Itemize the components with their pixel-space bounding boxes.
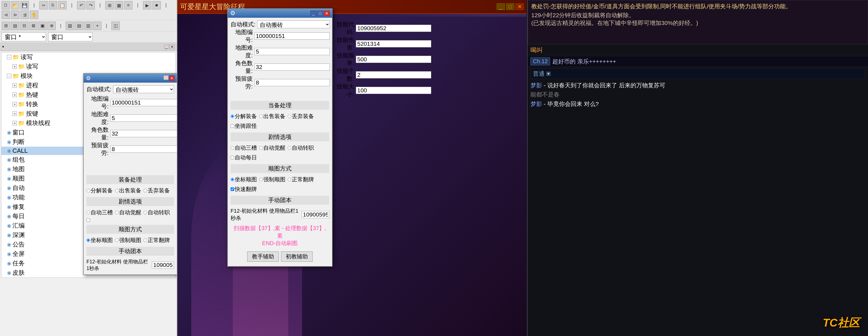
dialog-small-close-btn[interactable]: ✕ (169, 75, 175, 81)
tbl10-icon[interactable]: ⌖ (93, 22, 101, 30)
tool1-icon[interactable]: ⊲ (2, 10, 10, 19)
dialog-small-title: ⚙ (86, 75, 91, 82)
large-map-num-input[interactable] (254, 32, 330, 40)
new-file-icon[interactable]: 🗋 (2, 1, 10, 9)
redo-icon[interactable]: ↷ (87, 1, 95, 9)
large-equip-discard[interactable]: 丢弃装备 (288, 113, 314, 120)
expand-icon[interactable]: + (12, 93, 17, 97)
large-coord-map[interactable]: 坐标顺图 (230, 176, 257, 183)
window-icon[interactable]: ⊞ (105, 1, 114, 9)
tbl8-icon[interactable]: ▤ (75, 22, 83, 30)
chat-panel: 教处罚-怎获得的好经值/金币/道具方面会受到限制,同时不能进行组队/使用夹斗场/… (527, 0, 868, 336)
save-icon[interactable]: 💾 (21, 1, 29, 9)
large-skill-count-input[interactable] (356, 71, 431, 79)
reserve-input[interactable] (110, 146, 177, 153)
tree-item-readwrite-child[interactable]: + 📁 读写 (1, 62, 176, 71)
map-num-input[interactable] (110, 99, 177, 106)
subpanel-close-btn[interactable]: ✕ (169, 44, 175, 49)
normal-flip-radio[interactable]: 正常翻牌 (144, 237, 170, 244)
dialog-small-min-btn[interactable]: _ (163, 75, 168, 80)
dialog-large-close-btn[interactable]: ✕ (324, 10, 330, 16)
large-reserve-input[interactable] (254, 79, 330, 86)
tool2-icon[interactable]: ⊳ (11, 10, 20, 19)
folder-icon: 📁 (18, 120, 25, 126)
window-selector-1[interactable]: 窗口 * (2, 32, 46, 41)
large-auto-awaken[interactable]: 自动觉醒 (259, 144, 285, 152)
force-map-radio[interactable]: 强制顺图 (115, 237, 141, 244)
large-auto-3slot[interactable]: 自动三槽 (230, 144, 257, 152)
hand-icon[interactable]: ✋ (30, 10, 38, 19)
shout-message: 喝叫 (528, 44, 868, 56)
large-auto-daily[interactable]: 自动每日 (230, 154, 257, 161)
f12-input[interactable] (152, 262, 174, 269)
dialog-large-max-btn[interactable]: □ (317, 10, 323, 16)
equip-sell-radio[interactable]: 出售装备 (115, 187, 141, 194)
tool3-icon[interactable]: ⊴ (21, 10, 29, 19)
equip-decompose-radio[interactable]: 分解装备 (87, 187, 113, 194)
stop-icon[interactable]: ■ (152, 1, 161, 9)
tbl3-icon[interactable]: ⊟ (20, 22, 28, 30)
map-diff-input[interactable] (110, 115, 177, 122)
large-force-map[interactable]: 强制顺图 (259, 176, 285, 183)
large-auto-job[interactable]: 自动转职 (288, 144, 314, 152)
expand-icon[interactable]: + (12, 121, 17, 125)
large-f12-input[interactable] (302, 211, 329, 218)
window-selector-2[interactable]: 窗口 (48, 32, 93, 41)
copy-icon[interactable]: ⎘ (49, 1, 57, 9)
tbl11-icon[interactable]: ◫ (112, 22, 120, 30)
tree-item-readwrite-root[interactable]: - 📁 读写 (1, 52, 176, 62)
game-window-max[interactable]: □ (506, 3, 515, 10)
expand-icon[interactable]: - (7, 55, 11, 59)
tbl6-icon[interactable]: ⊕ (48, 22, 56, 30)
large-equip-sell[interactable]: 出售装备 (259, 113, 285, 120)
tbl7-icon[interactable]: ▧ (66, 22, 74, 30)
large-skill-size-input[interactable] (356, 87, 431, 94)
grid-icon[interactable]: ▦ (115, 1, 123, 9)
expand-icon[interactable]: + (12, 112, 17, 116)
large-skill-code-input[interactable] (356, 25, 431, 32)
help-btn[interactable]: 初教辅助 (281, 251, 313, 262)
cut-icon[interactable]: ✂ (39, 1, 48, 9)
large-skill-dmg-input[interactable] (356, 40, 431, 48)
large-normal-flip[interactable]: 正常翻牌 (288, 176, 314, 183)
play-icon[interactable]: ▶ (143, 1, 151, 9)
channel-expand-icon[interactable]: ▼ (546, 71, 551, 76)
open-icon[interactable]: 📂 (11, 1, 20, 9)
subpanel-min-btn[interactable]: _ (164, 44, 169, 49)
list-icon[interactable]: ≡ (124, 1, 132, 9)
coord-map-radio[interactable]: 坐标顺图 (87, 237, 113, 244)
tbl1-icon[interactable]: ⊞ (2, 22, 10, 30)
assist-btn[interactable]: 教手辅助 (247, 251, 279, 262)
selector-row: 窗口 * 窗口 (0, 31, 177, 43)
undo-icon[interactable]: ↶ (77, 1, 85, 9)
tbl9-icon[interactable]: ▥ (84, 22, 92, 30)
large-role-count-input[interactable] (254, 63, 330, 71)
expand-icon[interactable]: + (12, 102, 17, 106)
large-auto-mode-select[interactable]: 自动搬砖 (257, 21, 330, 28)
role-count-input[interactable] (110, 130, 177, 137)
equip-discard-radio[interactable]: 丢弃装备 (144, 187, 170, 194)
tbl5-icon[interactable]: ▣ (38, 22, 46, 30)
expand-icon[interactable]: + (12, 83, 17, 88)
large-equip-decompose[interactable]: 分解装备 (230, 113, 257, 120)
dialog-large-min-btn[interactable]: _ (310, 10, 316, 16)
large-map-diff-input[interactable] (254, 48, 330, 55)
large-equip-bind[interactable]: 坐骑跟怪 (230, 122, 257, 130)
expand-icon[interactable]: + (12, 64, 17, 69)
large-fast-flip[interactable]: 快速翻牌 (230, 185, 257, 193)
auto-3slot-radio[interactable]: 自动三槽 (87, 209, 113, 216)
auto-daily-check[interactable] (87, 218, 90, 222)
tbl2-icon[interactable]: ▤ (11, 22, 19, 30)
game-window-close[interactable]: ✕ (516, 3, 524, 10)
large-skill-freq-input[interactable] (356, 56, 431, 63)
game-window-min[interactable]: _ (497, 3, 505, 10)
shout-label: 喝叫 (530, 47, 542, 54)
folder-icon: 📁 (18, 110, 25, 117)
tbl4-icon[interactable]: ⊠ (29, 22, 37, 30)
expand-icon[interactable]: - (7, 74, 11, 78)
paste-icon[interactable]: 📋 (58, 1, 66, 9)
auto-job-radio[interactable]: 自动转职 (144, 209, 170, 216)
large-role-count-row: 角色数量: (230, 59, 330, 75)
auto-mode-select[interactable]: 自动搬砖 (113, 85, 174, 93)
auto-awaken-radio[interactable]: 自动觉醒 (115, 209, 141, 216)
